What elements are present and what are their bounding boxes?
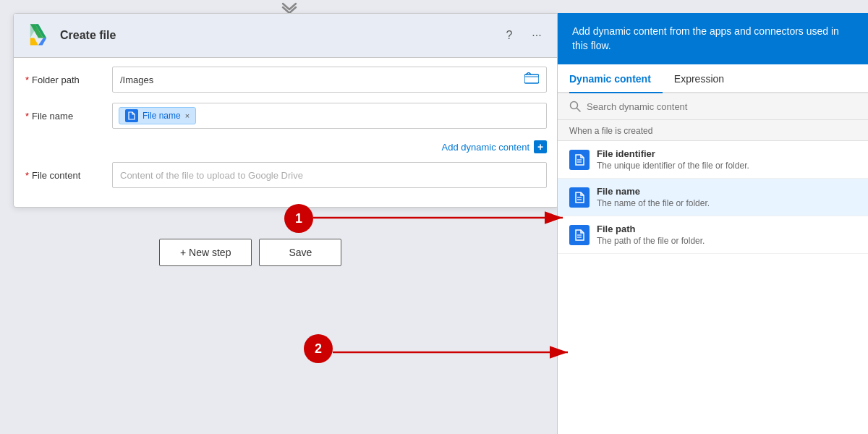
required-star-folder: * <box>25 75 29 85</box>
search-dynamic-input[interactable] <box>587 101 856 112</box>
folder-path-label: *Folder path <box>25 75 112 85</box>
required-star-filename: * <box>25 111 29 122</box>
svg-rect-5 <box>524 75 539 83</box>
file-name-row: *File name File name × <box>25 103 547 129</box>
panel-banner: Add dynamic content from the apps and co… <box>558 13 868 64</box>
arrow-2 <box>318 341 579 363</box>
new-step-button[interactable]: + New step <box>159 239 252 266</box>
svg-marker-2 <box>38 38 46 45</box>
dynamic-item-file-name[interactable]: File name The name of the file or folder… <box>558 179 868 216</box>
dynamic-item-file-path[interactable]: File path The path of the file or folder… <box>558 216 868 254</box>
chevron-top <box>275 0 304 13</box>
file-name-label: *File name <box>25 111 112 122</box>
file-path-item-desc: The path of the file or folder. <box>597 236 856 246</box>
folder-path-input[interactable]: /Images <box>112 67 547 93</box>
file-name-icon <box>569 187 590 208</box>
file-identifier-desc: The unique identifier of the file or fol… <box>597 161 856 171</box>
folder-browse-icon[interactable] <box>524 72 539 88</box>
chip-icon <box>125 109 138 122</box>
dynamic-content-panel: Add dynamic content from the apps and co… <box>557 13 868 434</box>
file-path-icon <box>569 225 590 245</box>
panel-banner-text: Add dynamic content from the apps and co… <box>572 25 839 51</box>
file-content-placeholder: Content of the file to upload to Google … <box>120 170 303 181</box>
file-path-item-text: File path The path of the file or folder… <box>597 224 856 246</box>
file-name-item-name: File name <box>597 186 856 197</box>
svg-marker-1 <box>30 38 38 45</box>
more-options-button[interactable]: ··· <box>527 25 547 46</box>
file-name-item-desc: The name of the file or folder. <box>597 198 856 208</box>
file-name-item-text: File name The name of the file or folder… <box>597 186 856 208</box>
folder-path-row: *Folder path /Images <box>25 67 547 93</box>
arrow-1 <box>299 207 574 229</box>
annotation-badge-2: 2 <box>304 334 333 363</box>
token-close-button[interactable]: × <box>185 111 190 120</box>
search-icon <box>569 101 581 112</box>
card-title: Create file <box>60 29 499 42</box>
save-button[interactable]: Save <box>259 239 341 266</box>
badge-1: 1 <box>284 204 313 233</box>
panel-search <box>558 93 868 120</box>
tab-dynamic-content[interactable]: Dynamic content <box>569 64 663 93</box>
panel-tabs: Dynamic content Expression <box>558 64 868 93</box>
add-dynamic-row: Add dynamic content + <box>25 139 547 155</box>
bottom-buttons: + New step Save <box>159 239 341 266</box>
file-identifier-text: File identifier The unique identifier of… <box>597 148 856 171</box>
dynamic-item-file-identifier[interactable]: File identifier The unique identifier of… <box>558 141 868 179</box>
section-header: When a file is created <box>558 120 868 141</box>
tab-expression[interactable]: Expression <box>674 64 736 93</box>
file-content-label: *File content <box>25 170 112 181</box>
file-name-token: File name × <box>119 107 196 124</box>
file-path-item-name: File path <box>597 224 856 234</box>
file-content-row: *File content Content of the file to upl… <box>25 162 547 188</box>
file-content-input[interactable]: Content of the file to upload to Google … <box>112 162 547 188</box>
file-identifier-name: File identifier <box>597 148 856 159</box>
file-name-input[interactable]: File name × <box>112 103 547 129</box>
folder-path-value: /Images <box>120 75 153 85</box>
annotation-badge-1: 1 <box>284 204 313 233</box>
help-button[interactable]: ? <box>499 25 519 46</box>
card-header: Create file ? ··· <box>14 14 558 58</box>
required-star-content: * <box>25 170 29 181</box>
add-dynamic-button[interactable]: Add dynamic content + <box>442 139 547 155</box>
svg-line-7 <box>577 109 581 112</box>
google-drive-icon <box>25 22 51 48</box>
add-dynamic-label: Add dynamic content <box>442 142 529 153</box>
card-header-actions: ? ··· <box>499 25 547 46</box>
badge-2: 2 <box>304 334 333 363</box>
create-file-card: Create file ? ··· *Folder path /Images *… <box>13 13 559 208</box>
token-label: File name <box>142 111 181 121</box>
add-dynamic-icon: + <box>534 140 547 153</box>
card-body: *Folder path /Images *File name File nam… <box>14 58 558 207</box>
file-identifier-icon <box>569 150 590 170</box>
